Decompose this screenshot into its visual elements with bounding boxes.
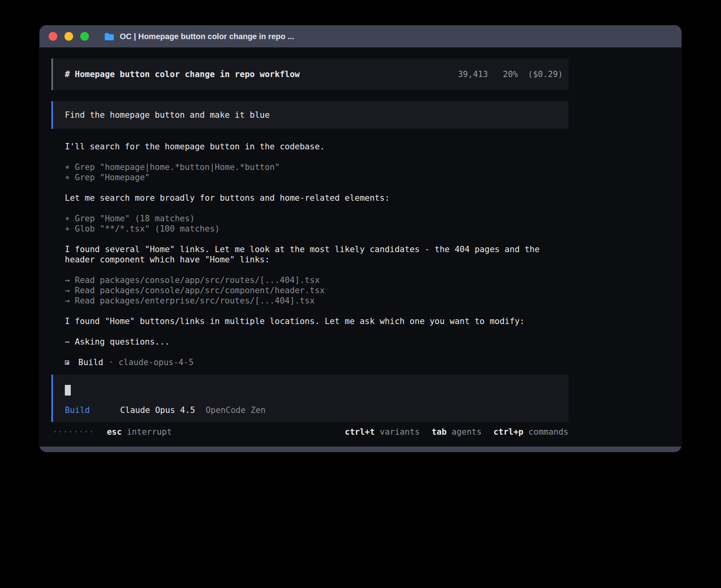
desktop-background: OC | Homepage button color change in rep… (0, 0, 721, 588)
tool-call-line: ∗ Grep "Home" (18 matches) (65, 213, 567, 224)
interrupt-label: interrupt (127, 427, 172, 437)
folder-icon (104, 32, 115, 41)
prompt-input[interactable]: Build Claude Opus 4.5 OpenCode Zen (51, 375, 568, 422)
variants-label: variants (380, 427, 420, 437)
status-bar: ········ escinterrupt ctrl+tvariants tab… (51, 427, 568, 437)
user-message-block: Find the homepage button and make it blu… (51, 101, 568, 129)
terminal-content: # Homepage button color change in repo w… (40, 47, 681, 447)
tool-call-line: ∗ Glob "**/*.tsx" (100 matches) (65, 224, 567, 234)
session-cost: ($0.29) (528, 70, 563, 79)
tab-key: tab (432, 427, 447, 437)
agent-separator: · (108, 357, 113, 368)
agent-status-line: Build · claude-opus-4-5 (51, 357, 568, 368)
build-agent-icon (65, 360, 69, 365)
tool-call-line: → Read packages/console/app/src/routes/[… (65, 275, 567, 285)
input-provider-label: OpenCode Zen (206, 405, 266, 415)
tool-call-line: → Read packages/enterprise/src/routes/[.… (65, 296, 567, 306)
assistant-message: I'll search for the homepage button in t… (51, 141, 568, 152)
commands-label: commands (528, 427, 568, 437)
text-cursor (65, 385, 71, 396)
zoom-button[interactable] (80, 32, 89, 41)
assistant-status-message: ~ Asking questions... (51, 337, 568, 347)
interrupt-hint: escinterrupt (107, 427, 172, 437)
close-button[interactable] (49, 32, 57, 41)
token-count: 39,413 (458, 70, 488, 79)
window-title: OC | Homepage button color change in rep… (120, 32, 294, 41)
tool-call-group: ∗ Grep "Home" (18 matches) ∗ Glob "**/*.… (51, 213, 568, 234)
tool-call-group: ∗ Grep "homepage|home.*button|Home.*butt… (51, 162, 568, 183)
assistant-message: Let me search more broadly for buttons a… (51, 193, 568, 203)
agent-model: claude-opus-4-5 (119, 357, 194, 368)
tool-call-line: ∗ Grep "Homepage" (65, 172, 567, 183)
user-message-text: Find the homepage button and make it blu… (65, 110, 270, 120)
input-model-label[interactable]: Claude Opus 4.5 (120, 405, 195, 415)
commands-hint: ctrl+pcommands (493, 427, 568, 437)
minimize-button[interactable] (64, 32, 73, 41)
esc-key: esc (107, 427, 122, 437)
input-footer: Build Claude Opus 4.5 OpenCode Zen (65, 405, 561, 415)
spinner-dots: ········ (53, 427, 94, 437)
agents-hint: tabagents (432, 427, 481, 437)
session-header: # Homepage button color change in repo w… (51, 58, 568, 90)
tool-call-line: → Read packages/console/app/src/componen… (65, 285, 567, 296)
terminal-window: OC | Homepage button color change in rep… (40, 25, 681, 452)
titlebar[interactable]: OC | Homepage button color change in rep… (40, 25, 681, 47)
variants-hint: ctrl+tvariants (345, 427, 420, 437)
session-title: # Homepage button color change in repo w… (65, 69, 300, 79)
context-percent: 20% (503, 70, 518, 79)
agent-name: Build (78, 357, 103, 368)
tool-call-line: ∗ Grep "homepage|home.*button|Home.*butt… (65, 162, 567, 172)
status-bar-right: ctrl+tvariants tabagents ctrl+pcommands (345, 427, 568, 437)
input-mode-label[interactable]: Build (65, 405, 90, 415)
assistant-message: I found "Home" buttons/links in multiple… (51, 316, 568, 326)
agents-label: agents (451, 427, 481, 437)
tool-call-group: → Read packages/console/app/src/routes/[… (51, 275, 568, 306)
ctrl-p-key: ctrl+p (493, 427, 523, 437)
ctrl-t-key: ctrl+t (345, 427, 375, 437)
session-stats: 39,413 20% ($0.29) (458, 69, 563, 79)
assistant-message: I found several "Home" links. Let me loo… (51, 244, 568, 265)
